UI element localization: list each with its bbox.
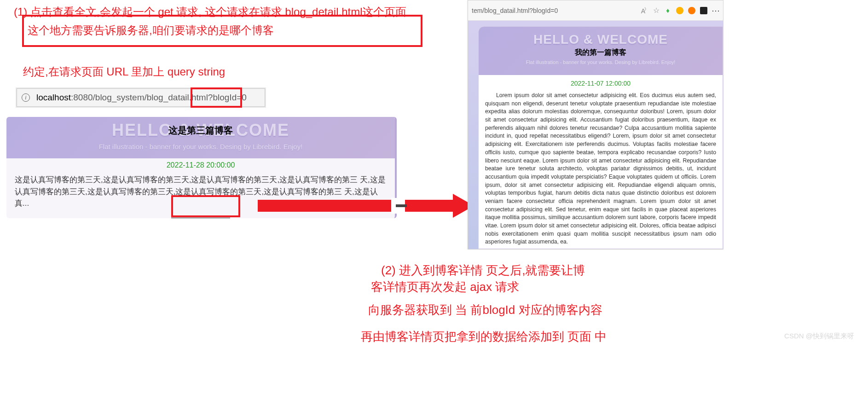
detail-blog-title: 我的第一篇博客 [479,48,723,58]
detail-blog-text: Lorem ipsum dolor sit amet consectetur a… [485,92,716,245]
shield-icon[interactable]: ♦ [664,7,671,14]
reader-mode-icon[interactable]: A》 [641,6,648,15]
info-icon: i [22,93,30,102]
annotation-step2-line1: (2) 进入到博客详情 页之后,就需要让博 [381,262,585,278]
hero-subtitle: Flat illustration - banner for your work… [6,143,395,151]
detail-blog-body: Lorem ipsum dolor sit amet consectetur a… [479,92,723,246]
highlight-box-query [191,87,242,108]
extension-icon-3[interactable] [700,7,707,14]
highlight-box-view-btn [171,195,240,217]
extension-icon-1[interactable] [676,7,683,14]
blog-detail-page: HELLO & WELCOME 我的第一篇博客 Flat illustratio… [478,26,723,249]
annotation-step1-line2: 这个地方需要告诉服务器,咱们要请求的是哪个博客 [28,23,274,38]
extension-icon-2[interactable] [688,7,695,14]
watermark: CSDN @快到锅里来呀 [784,332,854,341]
annotation-convention: 约定,在请求页面 URL 里加上 query string [23,64,225,79]
favorite-icon[interactable]: ☆ [653,6,660,15]
view-full-button[interactable]: 查看全文 >> [171,218,230,219]
annotation-step3: 向服务器获取到 当 前blogId 对应的博客内容 [368,302,602,318]
blog-date: 2022-11-28 20:00:00 [6,161,395,169]
detail-hero: HELLO & WELCOME 我的第一篇博客 Flat illustratio… [479,27,723,75]
annotation-step2-line2: 客详情页再次发起 ajax 请求 [371,279,519,295]
browser-address-bar[interactable]: tem/blog_datail.html?blogId=0 A》 ☆ ♦ ⋯ [468,0,723,21]
browser-mockup: tem/blog_datail.html?blogId=0 A》 ☆ ♦ ⋯ H… [468,0,723,249]
detail-hero-title: HELLO & WELCOME [479,32,723,47]
url-path: :8080/blog_system/blog_datail.html [71,93,208,103]
annotation-step4: 再由博客详情页把拿到的数据给添加到 页面 中 [361,329,607,345]
url-host: localhost [36,93,71,103]
hero-banner: HELLO & WELCOME Flat illustration - bann… [6,117,395,158]
browser-url: tem/blog_datail.html?blogId=0 [472,7,558,14]
menu-icon[interactable]: ⋯ [712,7,719,14]
blog-title: 这是第三篇博客 [6,124,395,137]
detail-blog-date: 2022-11-07 12:00:00 [479,80,723,87]
annotation-arrow [258,195,474,217]
detail-hero-subtitle: Flat illustration - banner for your work… [479,59,723,65]
